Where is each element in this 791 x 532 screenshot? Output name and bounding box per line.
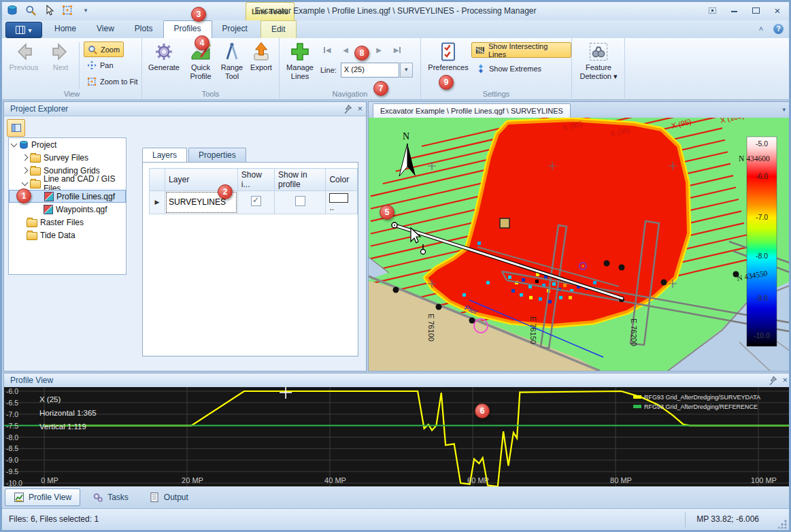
expander-icon[interactable] <box>22 167 29 174</box>
tree-item-raster-files[interactable]: Raster Files <box>9 216 126 229</box>
window-title: Excavator Example \ Profile Lines.qgf \ … <box>2 6 789 16</box>
tab-plots[interactable]: Plots <box>124 20 163 38</box>
fullscreen-button[interactable] <box>706 5 718 15</box>
expander-icon[interactable] <box>11 140 18 147</box>
manage-lines-button[interactable]: Manage Lines <box>282 40 318 86</box>
folder-icon <box>30 167 41 176</box>
expander-icon[interactable] <box>22 154 29 161</box>
next-button[interactable]: Next <box>43 40 78 86</box>
maximize-button[interactable] <box>750 5 762 15</box>
tab-properties[interactable]: Properties <box>188 148 246 162</box>
feature-detection-button[interactable]: Feature Detection ▾ <box>575 40 622 86</box>
svg-text:-8.0: -8.0 <box>756 252 768 260</box>
pin-icon[interactable] <box>343 104 352 114</box>
tab-layers[interactable]: Layers <box>142 148 187 162</box>
tab-tasks[interactable]: Tasks <box>84 489 137 505</box>
row-selector[interactable]: ▶ <box>150 191 165 214</box>
map-canvas[interactable]: N X (85) X (90) X (95) X (100) E 76100 <box>369 118 791 371</box>
tab-view[interactable]: View <box>86 20 124 38</box>
annotation-badge-5: 5 <box>380 205 394 220</box>
feature-detection-caret-icon: ▾ <box>613 72 618 80</box>
square-marker <box>500 218 509 228</box>
map-drawing: N X (85) X (90) X (95) X (100) E 76100 <box>369 118 791 371</box>
map-document-tab[interactable]: Excavator Example \ Profile Lines.qgf \ … <box>373 103 571 118</box>
svg-text:-6.0: -6.0 <box>6 387 18 395</box>
ribbon-group-tools: Generate Quick Profile Range Tool Export… <box>142 38 280 99</box>
zoom-button[interactable]: Zoom <box>84 41 124 57</box>
color-browse[interactable]: .. <box>329 203 334 212</box>
map-tab-dropdown-icon[interactable]: ▾ <box>782 106 786 113</box>
pin-icon[interactable] <box>768 376 777 385</box>
ribbon: Previous Next Zoom Pan Zoom to Fit View … <box>2 38 789 100</box>
map-tab-bar: Excavator Example \ Profile Lines.qgf \ … <box>369 102 791 118</box>
title-bar: ▾ Line Tools Excavator Example \ Profile… <box>2 2 789 20</box>
line-select-dropdown-icon[interactable]: ▾ <box>400 63 413 78</box>
generate-icon <box>153 40 175 63</box>
tab-home[interactable]: Home <box>44 20 86 38</box>
show-in-cell[interactable] <box>237 191 274 214</box>
resize-grip[interactable] <box>778 519 788 529</box>
checkbox-checked[interactable] <box>251 196 261 206</box>
expander-icon[interactable] <box>22 179 29 186</box>
line-select[interactable]: X (25) <box>341 63 399 78</box>
svg-text:E 76100: E 76100 <box>427 314 435 342</box>
annotation-badge-3: 3 <box>191 7 206 22</box>
first-line-button[interactable]: ◀ <box>319 43 335 56</box>
tree-item-waypoints[interactable]: Waypoints.qgf <box>9 203 126 216</box>
window-controls: × <box>706 5 784 15</box>
group-label-view: View <box>2 90 141 98</box>
column-show-in[interactable]: Show i... <box>237 169 274 191</box>
minimize-button[interactable] <box>728 5 740 15</box>
previous-line-button[interactable]: ◀ <box>337 43 354 56</box>
status-position: MP 33.82; -6.006 <box>696 514 759 524</box>
close-button[interactable]: × <box>771 5 784 15</box>
svg-text:-9.5: -9.5 <box>6 467 18 476</box>
close-panel-icon[interactable]: × <box>357 103 363 114</box>
column-color[interactable]: Color <box>326 169 358 191</box>
next-line-button[interactable]: ▶ <box>371 43 387 56</box>
tab-project[interactable]: Project <box>212 20 258 38</box>
generate-button[interactable]: Generate <box>146 40 182 86</box>
project-tree: Project Survey Files Sounding Grids Line… <box>8 137 127 275</box>
tree-item-tide-data[interactable]: Tide Data <box>9 229 126 242</box>
qgf-file-icon <box>44 192 54 201</box>
explorer-view-button[interactable] <box>7 119 25 137</box>
layers-table: Layer Show i... Show in profile Color ▶ … <box>149 168 358 214</box>
svg-text:-8.5: -8.5 <box>6 444 18 452</box>
help-icon[interactable]: ? <box>773 24 784 34</box>
ribbon-group-view: Previous Next Zoom Pan Zoom to Fit View <box>2 38 142 99</box>
previous-button[interactable]: Previous <box>6 40 41 86</box>
color-cell[interactable]: .. <box>326 191 358 214</box>
annotation-badge-7: 7 <box>373 81 388 96</box>
feature-detection-icon <box>588 40 609 63</box>
svg-text:-6.0: -6.0 <box>756 172 768 180</box>
tree-item-survey-files[interactable]: Survey Files <box>9 151 126 164</box>
profile-chart[interactable]: -6.0-6.5-7.0-7.5-8.0-8.5-9.0-9.5-10.0-10… <box>4 387 791 486</box>
color-swatch[interactable] <box>329 193 348 203</box>
checkbox-unchecked[interactable] <box>295 196 305 206</box>
tree-item-project[interactable]: Project <box>9 138 126 151</box>
application-menu-button[interactable]: ▾ <box>5 22 42 38</box>
show-extremes-button[interactable]: Show Extremes <box>473 61 545 76</box>
tab-profile-view[interactable]: Profile View <box>5 488 80 506</box>
preferences-icon <box>437 40 459 63</box>
pan-button[interactable]: Pan <box>84 58 117 72</box>
close-panel-icon[interactable]: × <box>782 375 788 385</box>
group-label-navigation: Navigation <box>280 90 420 98</box>
tab-edit[interactable]: Edit <box>260 20 297 38</box>
ribbon-tab-row: ▾ Home View Plots Profiles Project Edit … <box>2 20 789 38</box>
svg-text:-7.0: -7.0 <box>756 213 768 221</box>
show-intersecting-lines-button[interactable]: Show Intersecting Lines <box>471 42 571 58</box>
line-label: Line: <box>320 66 337 74</box>
range-tool-button[interactable]: Range Tool <box>217 40 247 86</box>
zoom-to-fit-button[interactable]: Zoom to Fit <box>84 74 141 88</box>
export-button[interactable]: Export <box>246 40 277 86</box>
zoom-to-fit-icon <box>87 77 97 86</box>
column-show-in-profile[interactable]: Show in profile <box>275 169 326 191</box>
tab-output[interactable]: Output <box>141 489 197 505</box>
last-line-button[interactable]: ▶ <box>389 43 405 56</box>
svg-text:-10.0: -10.0 <box>754 331 770 339</box>
tree-item-line-cad-gis[interactable]: Line and CAD / GIS Files <box>9 177 126 190</box>
minimize-ribbon-icon[interactable]: ˄ <box>756 23 767 34</box>
show-in-profile-cell[interactable] <box>275 191 326 214</box>
